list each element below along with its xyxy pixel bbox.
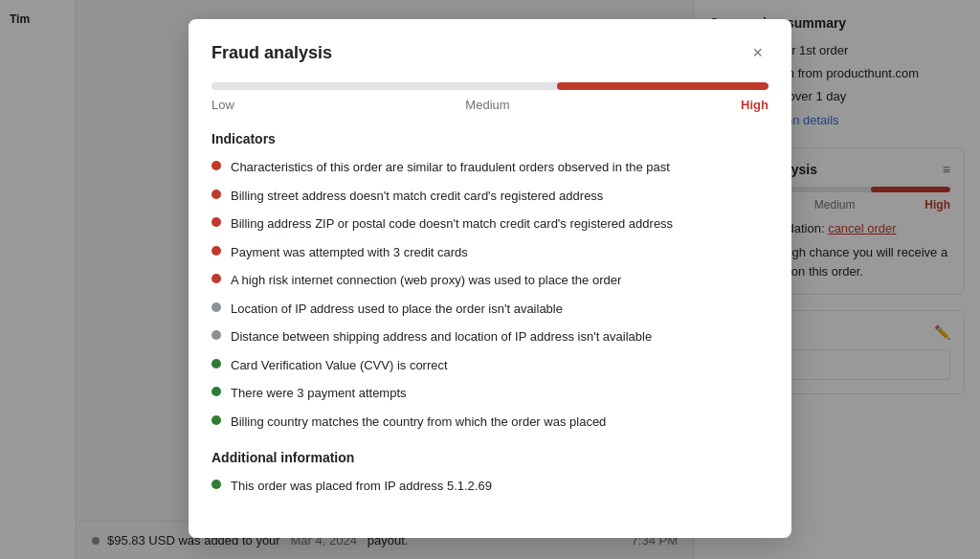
indicator-5: A high risk internet connection (web pro… [212,271,768,290]
indicator-3: Billing address ZIP or postal code doesn… [212,214,768,234]
indicator-9-text: There were 3 payment attempts [231,384,407,403]
dot-green-10 [212,415,221,425]
indicator-9: There were 3 payment attempts [212,384,768,403]
dot-gray-7 [212,330,221,340]
indicators-heading: Indicators [212,131,768,146]
modal-title: Fraud analysis [212,43,332,63]
risk-low-label: Low [212,98,234,112]
dot-green-9 [212,387,221,396]
indicator-7: Distance between shipping address and lo… [212,327,768,347]
modal-header: Fraud analysis × [212,42,768,63]
indicator-7-text: Distance between shipping address and lo… [231,327,652,347]
indicator-4: Payment was attempted with 3 credit card… [212,243,768,262]
indicator-5-text: A high risk internet connection (web pro… [231,271,621,290]
modal-close-button[interactable]: × [746,42,768,63]
indicator-6-text: Location of IP address used to place the… [231,300,563,319]
dot-gray-6 [212,302,221,312]
indicator-1: Characteristics of this order are simila… [212,158,768,177]
indicator-1-text: Characteristics of this order are simila… [231,158,670,177]
indicator-2: Billing street address doesn't match cre… [212,187,768,206]
risk-high-label: High [741,98,768,112]
indicator-6: Location of IP address used to place the… [212,300,768,319]
indicator-3-text: Billing address ZIP or postal code doesn… [231,214,673,234]
additional-section: Additional information This order was pl… [212,450,768,496]
additional-heading: Additional information [212,450,768,465]
dot-red-2 [212,190,221,199]
indicator-4-text: Payment was attempted with 3 credit card… [231,243,468,262]
risk-bar-track [212,82,768,90]
additional-item-1-text: This order was placed from IP address 5.… [231,477,492,496]
risk-labels: Low Medium High [212,98,768,112]
modal-overlay: Fraud analysis × Low Medium High Indicat… [0,0,980,559]
indicator-10-text: Billing country matches the country from… [231,413,606,432]
dot-green-additional [212,480,221,489]
risk-bar-container: Low Medium High [212,82,768,112]
indicators-list: Characteristics of this order are simila… [212,158,768,431]
dot-red-3 [212,217,221,227]
dot-red-5 [212,274,221,283]
additional-list: This order was placed from IP address 5.… [212,477,768,496]
risk-bar-fill [557,82,768,90]
dot-red-4 [212,246,221,256]
indicator-8-text: Card Verification Value (CVV) is correct [231,356,448,375]
dot-red-1 [212,161,221,170]
additional-item-1: This order was placed from IP address 5.… [212,477,768,496]
dot-green-8 [212,359,221,369]
indicator-2-text: Billing street address doesn't match cre… [231,187,603,206]
fraud-analysis-modal: Fraud analysis × Low Medium High Indicat… [189,19,791,538]
indicator-8: Card Verification Value (CVV) is correct [212,356,768,375]
risk-medium-label: Medium [465,98,509,112]
indicator-10: Billing country matches the country from… [212,413,768,432]
